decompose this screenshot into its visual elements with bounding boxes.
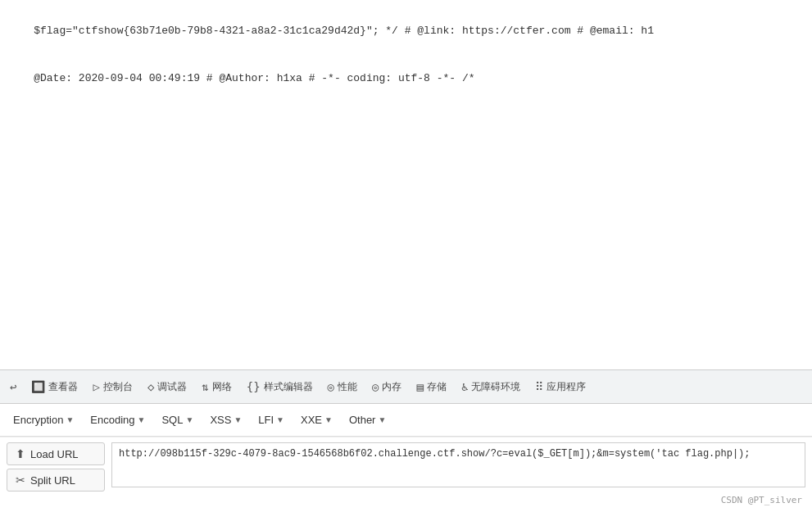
encryption-label: Encryption bbox=[13, 414, 63, 426]
debugger-icon: ◇ bbox=[147, 380, 154, 393]
code-line2: @Date: 2020-09-04 00:49:19 # @Author: h1… bbox=[34, 72, 474, 84]
devtools-bar: ↩ 🔲 查看器 ▷ 控制台 ◇ 调试器 ⇅ 网络 {} 样式编辑器 ◎ 性能 ◎… bbox=[0, 369, 812, 404]
devtools-storage[interactable]: ▤ 存储 bbox=[410, 377, 452, 397]
memory-icon: ◎ bbox=[372, 380, 379, 393]
xss-label: XSS bbox=[210, 414, 231, 426]
code-output: $flag="ctfshow{63b71e0b-79b8-4321-a8a2-3… bbox=[8, 7, 804, 102]
sql-menu[interactable]: SQL ▼ bbox=[155, 411, 200, 428]
xxe-menu[interactable]: XXE ▼ bbox=[294, 411, 339, 428]
lfi-label: LFI bbox=[258, 414, 274, 426]
inspector-label: 查看器 bbox=[48, 380, 78, 394]
network-icon: ⇅ bbox=[202, 380, 208, 393]
devtools-application[interactable]: ⠿ 应用程序 bbox=[528, 377, 592, 397]
storage-label: 存储 bbox=[427, 380, 447, 394]
accessibility-label: 无障碍环境 bbox=[471, 380, 520, 394]
devtools-inspector[interactable]: 🔲 查看器 bbox=[25, 377, 84, 397]
encryption-arrow-icon: ▼ bbox=[66, 415, 74, 424]
network-label: 网络 bbox=[212, 380, 232, 394]
encoding-arrow-icon: ▼ bbox=[138, 415, 146, 424]
hackbar-actions: ⬆ Load URL ✂ Split URL bbox=[7, 442, 105, 492]
split-url-label: Split URL bbox=[30, 474, 75, 487]
load-url-icon: ⬆ bbox=[16, 447, 25, 460]
back-icon: ↩ bbox=[10, 380, 16, 393]
storage-icon: ▤ bbox=[416, 380, 423, 393]
devtools-debugger[interactable]: ◇ 调试器 bbox=[141, 377, 193, 397]
style-label: 样式编辑器 bbox=[264, 380, 313, 394]
lfi-arrow-icon: ▼ bbox=[276, 415, 284, 424]
other-label: Other bbox=[349, 414, 376, 426]
xxe-label: XXE bbox=[301, 414, 322, 426]
perf-icon: ◎ bbox=[328, 380, 334, 393]
devtools-console[interactable]: ▷ 控制台 bbox=[86, 377, 138, 397]
devtools-performance[interactable]: ◎ 性能 bbox=[321, 377, 364, 397]
code-line1: $flag="ctfshow{63b71e0b-79b8-4321-a8a2-3… bbox=[34, 25, 654, 37]
sql-label: SQL bbox=[161, 414, 183, 426]
console-label: 控制台 bbox=[103, 380, 133, 394]
csdn-watermark: CSDN @PT_silver bbox=[7, 495, 805, 507]
style-icon: {} bbox=[247, 380, 261, 393]
other-arrow-icon: ▼ bbox=[378, 415, 386, 424]
main-content: $flag="ctfshow{63b71e0b-79b8-4321-a8a2-3… bbox=[0, 0, 812, 369]
accessibility-icon: ♿ bbox=[461, 380, 468, 393]
devtools-network[interactable]: ⇅ 网络 bbox=[195, 377, 238, 397]
url-input[interactable] bbox=[111, 442, 805, 487]
devtools-back[interactable]: ↩ bbox=[3, 377, 23, 396]
sql-arrow-icon: ▼ bbox=[185, 415, 193, 424]
encryption-menu[interactable]: Encryption ▼ bbox=[7, 411, 80, 428]
inspector-icon: 🔲 bbox=[31, 380, 45, 393]
hackbar-url-row: ⬆ Load URL ✂ Split URL bbox=[7, 442, 805, 492]
application-label: 应用程序 bbox=[547, 380, 586, 394]
debugger-label: 调试器 bbox=[157, 380, 187, 394]
load-url-button[interactable]: ⬆ Load URL bbox=[7, 442, 105, 465]
encoding-label: Encoding bbox=[90, 414, 134, 426]
devtools-style-editor[interactable]: {} 样式编辑器 bbox=[240, 377, 320, 397]
load-url-label: Load URL bbox=[30, 448, 79, 460]
devtools-memory[interactable]: ◎ 内存 bbox=[365, 377, 408, 397]
xss-arrow-icon: ▼ bbox=[234, 415, 242, 424]
split-url-icon: ✂ bbox=[16, 473, 25, 487]
application-icon: ⠿ bbox=[535, 380, 543, 393]
memory-label: 内存 bbox=[382, 380, 401, 394]
xxe-arrow-icon: ▼ bbox=[324, 415, 333, 424]
encoding-menu[interactable]: Encoding ▼ bbox=[84, 411, 152, 428]
hackbar-bottom: ⬆ Load URL ✂ Split URL CSDN @PT_silver bbox=[0, 437, 812, 512]
split-url-button[interactable]: ✂ Split URL bbox=[7, 469, 105, 492]
perf-label: 性能 bbox=[338, 380, 357, 394]
hackbar-toolbar: Encryption ▼ Encoding ▼ SQL ▼ XSS ▼ LFI … bbox=[0, 404, 812, 437]
lfi-menu[interactable]: LFI ▼ bbox=[252, 411, 291, 428]
devtools-accessibility[interactable]: ♿ 无障碍环境 bbox=[455, 377, 527, 397]
console-icon: ▷ bbox=[93, 380, 99, 393]
other-menu[interactable]: Other ▼ bbox=[342, 411, 392, 428]
xss-menu[interactable]: XSS ▼ bbox=[203, 411, 248, 428]
